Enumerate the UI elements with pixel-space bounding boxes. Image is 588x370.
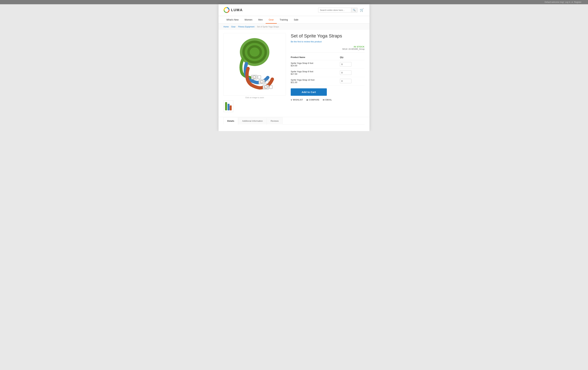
breadcrumb-current: Set of Sprite Yoga Straps bbox=[257, 26, 279, 28]
product-main-image: ◎ ◎ ◎ bbox=[230, 36, 279, 93]
logo-text: LUMA bbox=[231, 8, 243, 12]
register-link[interactable]: Register bbox=[574, 1, 581, 3]
product-row-name: Sprite Yoga Strap 8 foot bbox=[291, 70, 338, 73]
svg-rect-9 bbox=[258, 76, 261, 79]
sku-value: 24-WG085_Group bbox=[348, 48, 365, 50]
product-page: ◎ ◎ ◎ Click on image to zoom bbox=[219, 30, 369, 117]
product-tabs: Details Additional Information Reviews bbox=[219, 117, 369, 131]
svg-point-1 bbox=[226, 9, 228, 11]
col-product-name: Product Name bbox=[291, 55, 338, 60]
table-row: Sprite Yoga Strap 10 foot $21.00 bbox=[291, 77, 365, 85]
nav-bar: What's New Women Men Gear Training Sale bbox=[219, 16, 369, 24]
logo-icon bbox=[223, 7, 230, 13]
nav-item-training[interactable]: Training bbox=[277, 16, 291, 23]
heart-icon: ♥ bbox=[291, 99, 292, 101]
breadcrumb-gear[interactable]: Gear bbox=[231, 26, 236, 28]
breadcrumb-sep-2: › bbox=[237, 26, 237, 28]
search-button[interactable]: 🔍 bbox=[351, 8, 357, 12]
product-title: Set of Sprite Yoga Straps bbox=[291, 33, 365, 39]
or-text: or bbox=[571, 1, 573, 3]
compare-label: COMPARE bbox=[309, 99, 319, 101]
main-image-container[interactable]: ◎ ◎ ◎ bbox=[223, 33, 286, 96]
svg-rect-23 bbox=[228, 104, 230, 110]
add-to-cart-button[interactable]: Add to Cart bbox=[291, 88, 327, 96]
tabs-nav: Details Additional Information Reviews bbox=[223, 117, 365, 124]
nav-item-whats-new[interactable]: What's New bbox=[223, 16, 242, 23]
login-link[interactable]: Log In bbox=[565, 1, 570, 3]
product-name-cell: Sprite Yoga Strap 10 foot $21.00 bbox=[291, 77, 338, 85]
wishlist-link[interactable]: ♥ WISHLIST bbox=[291, 99, 303, 101]
product-image-area: ◎ ◎ ◎ Click on image to zoom bbox=[223, 33, 286, 112]
compare-icon: ⊞ bbox=[306, 99, 308, 101]
page-wrapper: LUMA 🔍 🛒 What's New Women Men Gear Train… bbox=[219, 4, 369, 131]
header-right: 🔍 🛒 bbox=[318, 7, 365, 13]
svg-text:◎: ◎ bbox=[265, 87, 266, 88]
compare-link[interactable]: ⊞ COMPARE bbox=[306, 99, 319, 101]
welcome-message: Default welcome msg! bbox=[545, 1, 564, 3]
search-icon: 🔍 bbox=[353, 9, 356, 11]
qty-input-0[interactable] bbox=[340, 62, 351, 66]
cart-button[interactable]: 🛒 bbox=[359, 7, 365, 13]
breadcrumb: Home › Gear › Fitness Equipment › Set of… bbox=[219, 24, 369, 30]
qty-cell bbox=[338, 68, 365, 77]
product-row-name: Sprite Yoga Strap 6 foot bbox=[291, 62, 338, 64]
product-row-name: Sprite Yoga Strap 10 foot bbox=[291, 79, 338, 81]
table-row: Sprite Yoga Strap 6 foot $14.00 bbox=[291, 60, 365, 68]
thumbnail-strip bbox=[223, 100, 286, 112]
product-name-cell: Sprite Yoga Strap 8 foot $17.00 bbox=[291, 68, 338, 77]
qty-cell bbox=[338, 77, 365, 85]
sku-line: SKU#: 24-WG085_Group bbox=[342, 48, 365, 50]
thumbnail-1[interactable] bbox=[223, 100, 233, 112]
product-row-price: $21.00 bbox=[291, 81, 338, 84]
breadcrumb-sep-1: › bbox=[230, 26, 230, 28]
table-row: Sprite Yoga Strap 8 foot $17.00 bbox=[291, 68, 365, 77]
stock-status: IN STOCK bbox=[354, 45, 365, 48]
page-header: LUMA 🔍 🛒 bbox=[219, 4, 369, 16]
svg-rect-24 bbox=[230, 105, 232, 110]
action-links: ♥ WISHLIST ⊞ COMPARE ✉ EMAIL bbox=[291, 99, 365, 101]
logo-area[interactable]: LUMA bbox=[223, 7, 243, 13]
email-link[interactable]: ✉ EMAIL bbox=[323, 99, 332, 101]
sku-label: SKU#: bbox=[342, 48, 348, 50]
review-link[interactable]: Be the first to review this product bbox=[291, 40, 365, 43]
product-row-price: $14.00 bbox=[291, 64, 338, 67]
breadcrumb-sep-3: › bbox=[255, 26, 256, 28]
svg-text:◎: ◎ bbox=[261, 81, 262, 83]
search-input[interactable] bbox=[318, 8, 351, 12]
product-name-cell: Sprite Yoga Strap 6 foot $14.00 bbox=[291, 60, 338, 68]
top-bar: Default welcome msg! Log In or Register bbox=[0, 0, 588, 4]
tabs-content bbox=[223, 124, 365, 131]
product-table: Product Name Qty Sprite Yoga Strap 6 foo… bbox=[291, 55, 365, 85]
tab-reviews[interactable]: Reviews bbox=[267, 117, 282, 124]
qty-input-2[interactable] bbox=[340, 79, 351, 83]
col-qty: Qty bbox=[338, 55, 365, 60]
tab-details[interactable]: Details bbox=[223, 117, 238, 124]
search-box: 🔍 bbox=[318, 8, 357, 12]
qty-cell bbox=[338, 60, 365, 68]
zoom-hint: Click on image to zoom bbox=[223, 97, 286, 98]
email-label: EMAIL bbox=[326, 99, 332, 101]
cart-icon: 🛒 bbox=[360, 8, 364, 12]
tab-additional-info[interactable]: Additional Information bbox=[238, 117, 267, 124]
wishlist-label: WISHLIST bbox=[293, 99, 303, 101]
product-row-price: $17.00 bbox=[291, 73, 338, 75]
nav-item-men[interactable]: Men bbox=[255, 16, 266, 23]
nav-item-sale[interactable]: Sale bbox=[291, 16, 301, 23]
nav-item-women[interactable]: Women bbox=[242, 16, 255, 23]
email-icon: ✉ bbox=[323, 99, 325, 101]
svg-rect-22 bbox=[225, 102, 227, 110]
nav-item-gear[interactable]: Gear bbox=[266, 16, 277, 23]
breadcrumb-fitness[interactable]: Fitness Equipment bbox=[238, 26, 254, 28]
stock-sku-row: IN STOCK SKU#: 24-WG085_Group bbox=[291, 45, 365, 53]
svg-point-6 bbox=[250, 47, 260, 57]
breadcrumb-home[interactable]: Home bbox=[223, 26, 229, 28]
svg-text:◎: ◎ bbox=[253, 77, 255, 78]
qty-input-1[interactable] bbox=[340, 70, 351, 75]
product-details: Set of Sprite Yoga Straps Be the first t… bbox=[291, 33, 365, 112]
